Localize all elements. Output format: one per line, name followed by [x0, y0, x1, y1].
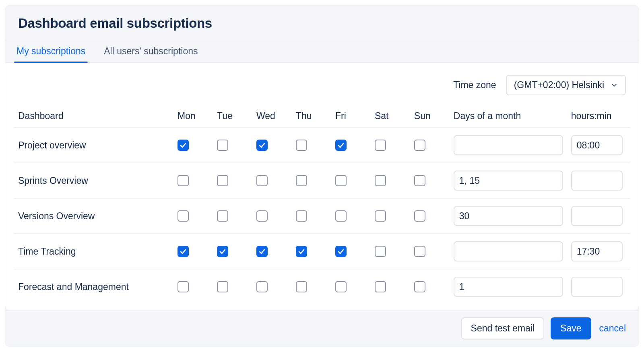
cell-sat	[371, 234, 410, 269]
checkbox-thu[interactable]	[296, 210, 307, 222]
days-of-month-input[interactable]	[454, 277, 563, 297]
checkbox-sat[interactable]	[375, 140, 386, 151]
save-button[interactable]: Save	[551, 317, 591, 339]
checkbox-wed[interactable]	[256, 175, 268, 186]
cell-sat	[371, 198, 410, 234]
table-row: Versions Overview	[14, 198, 630, 234]
cell-wed	[252, 198, 292, 234]
timezone-label: Time zone	[453, 80, 496, 90]
checkbox-wed[interactable]	[256, 281, 268, 292]
checkbox-sat[interactable]	[375, 281, 386, 292]
cell-sun	[410, 234, 450, 269]
col-fri: Fri	[331, 105, 371, 128]
checkbox-fri[interactable]	[335, 281, 347, 292]
checkbox-sun[interactable]	[414, 140, 425, 151]
col-days-of-month: Days of a month	[450, 105, 567, 128]
checkbox-tue[interactable]	[217, 210, 228, 222]
tab-all-users-subscriptions[interactable]: All users' subscriptions	[101, 40, 200, 62]
time-input[interactable]	[571, 241, 623, 261]
content-area: Time zone (GMT+02:00) Helsinki Dashboard…	[5, 63, 639, 311]
days-of-month-input[interactable]	[454, 135, 563, 155]
checkbox-sun[interactable]	[414, 246, 425, 257]
cell-fri	[331, 198, 371, 234]
checkbox-tue[interactable]	[217, 140, 228, 151]
cell-time	[567, 198, 630, 234]
cell-mon	[173, 269, 213, 304]
checkbox-thu[interactable]	[296, 281, 307, 292]
cell-mon	[173, 128, 213, 163]
days-of-month-input[interactable]	[454, 206, 563, 226]
cell-sun	[410, 163, 450, 198]
cell-fri	[331, 163, 371, 198]
checkbox-tue[interactable]	[217, 175, 228, 186]
cell-thu	[292, 198, 331, 234]
col-wed: Wed	[252, 105, 292, 128]
cell-days-of-month	[450, 198, 567, 234]
subscriptions-table: Dashboard Mon Tue Wed Thu Fri Sat Sun Da…	[14, 105, 630, 304]
cell-tue	[213, 163, 252, 198]
checkbox-fri[interactable]	[335, 246, 347, 257]
cell-time	[567, 234, 630, 269]
checkbox-wed[interactable]	[256, 140, 268, 151]
cell-wed	[252, 269, 292, 304]
time-input[interactable]	[571, 171, 623, 191]
timezone-row: Time zone (GMT+02:00) Helsinki	[14, 73, 630, 105]
checkbox-sun[interactable]	[414, 281, 425, 292]
cell-tue	[213, 269, 252, 304]
checkbox-sat[interactable]	[375, 175, 386, 186]
checkbox-mon[interactable]	[178, 246, 189, 257]
dashboard-name: Versions Overview	[14, 198, 173, 234]
table-row: Project overview	[14, 128, 630, 163]
table-row: Sprints Overview	[14, 163, 630, 198]
checkbox-sat[interactable]	[375, 210, 386, 222]
footer: Send test email Save cancel	[5, 311, 639, 347]
cell-thu	[292, 163, 331, 198]
days-of-month-input[interactable]	[454, 171, 563, 191]
checkbox-sat[interactable]	[375, 246, 386, 257]
time-input[interactable]	[571, 135, 623, 155]
checkbox-mon[interactable]	[178, 175, 189, 186]
cell-mon	[173, 163, 213, 198]
days-of-month-input[interactable]	[454, 241, 563, 261]
cell-tue	[213, 128, 252, 163]
checkbox-mon[interactable]	[178, 281, 189, 292]
checkbox-fri[interactable]	[335, 175, 347, 186]
dashboard-name: Project overview	[14, 128, 173, 163]
cell-days-of-month	[450, 234, 567, 269]
checkbox-thu[interactable]	[296, 140, 307, 151]
tabs: My subscriptions All users' subscription…	[5, 40, 639, 63]
checkbox-fri[interactable]	[335, 140, 347, 151]
cell-tue	[213, 198, 252, 234]
page-header: Dashboard email subscriptions	[5, 5, 639, 40]
checkbox-wed[interactable]	[256, 210, 268, 222]
time-input[interactable]	[571, 277, 623, 297]
checkbox-wed[interactable]	[256, 246, 268, 257]
cell-sat	[371, 269, 410, 304]
col-sun: Sun	[410, 105, 450, 128]
cell-sat	[371, 128, 410, 163]
timezone-value: (GMT+02:00) Helsinki	[514, 80, 604, 90]
cancel-link[interactable]: cancel	[598, 318, 627, 339]
checkbox-sun[interactable]	[414, 175, 425, 186]
tab-my-subscriptions[interactable]: My subscriptions	[14, 40, 88, 62]
checkbox-tue[interactable]	[217, 281, 228, 292]
cell-fri	[331, 269, 371, 304]
checkbox-mon[interactable]	[178, 140, 189, 151]
cell-thu	[292, 269, 331, 304]
send-test-email-button[interactable]: Send test email	[461, 317, 545, 339]
cell-sat	[371, 163, 410, 198]
timezone-select[interactable]: (GMT+02:00) Helsinki	[506, 75, 626, 95]
cell-days-of-month	[450, 163, 567, 198]
cell-wed	[252, 234, 292, 269]
checkbox-mon[interactable]	[178, 210, 189, 222]
checkbox-thu[interactable]	[296, 246, 307, 257]
time-input[interactable]	[571, 206, 623, 226]
checkbox-tue[interactable]	[217, 246, 228, 257]
checkbox-fri[interactable]	[335, 210, 347, 222]
cell-fri	[331, 128, 371, 163]
cell-wed	[252, 128, 292, 163]
table-header-row: Dashboard Mon Tue Wed Thu Fri Sat Sun Da…	[14, 105, 630, 128]
checkbox-sun[interactable]	[414, 210, 425, 222]
cell-sun	[410, 128, 450, 163]
checkbox-thu[interactable]	[296, 175, 307, 186]
